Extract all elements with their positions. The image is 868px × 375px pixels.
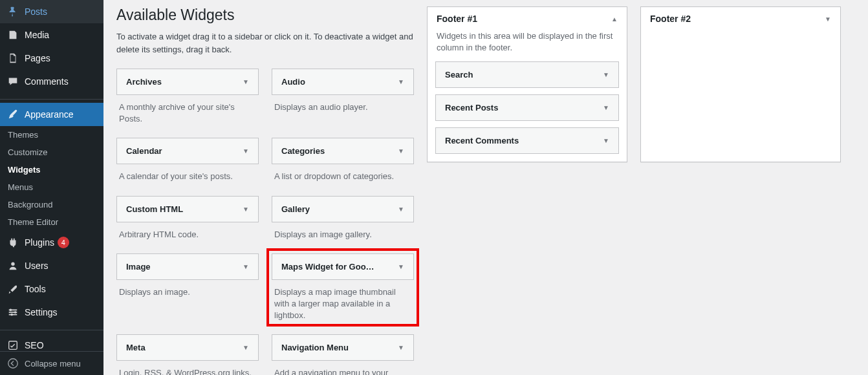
- menu-label: Media: [25, 30, 49, 40]
- widget-label: Categories: [281, 146, 325, 156]
- menu-label: SEO: [25, 340, 44, 350]
- widget-cell: Custom HTML ▼ Arbitrary HTML code.: [116, 196, 259, 241]
- widget-description: Displays an image.: [116, 280, 259, 298]
- menu-settings[interactable]: Settings: [0, 301, 103, 324]
- plugin-icon: [6, 236, 19, 249]
- menu-posts[interactable]: Posts: [0, 0, 103, 23]
- menu-comments[interactable]: Comments: [0, 70, 103, 93]
- svg-point-6: [10, 314, 13, 316]
- widget-cell: Categories ▼ A list or dropdown of categ…: [272, 138, 414, 182]
- widget-label: Audio: [281, 77, 305, 87]
- wrench-icon: [6, 283, 19, 295]
- menu-pages[interactable]: Pages: [0, 47, 103, 70]
- widget-description: A monthly archive of your site's Posts.: [116, 95, 259, 125]
- svg-point-5: [14, 311, 17, 314]
- submenu-background[interactable]: Background: [0, 196, 103, 213]
- widget-label: Search: [445, 70, 473, 80]
- panel-body: Widgets in this area will be displayed i…: [428, 30, 627, 162]
- menu-label: Pages: [25, 53, 50, 63]
- widget-label: Image: [126, 262, 151, 272]
- widget-meta[interactable]: Meta ▼: [116, 334, 259, 361]
- widget-description: Login, RSS, & WordPress.org links.: [116, 361, 259, 375]
- widget-description: Displays a map image thumbnail with a la…: [272, 280, 414, 322]
- page-icon: [6, 52, 19, 65]
- collapse-menu-button[interactable]: Collapse menu: [0, 351, 103, 375]
- svg-point-0: [11, 262, 14, 266]
- widget-label: Calendar: [126, 146, 162, 156]
- chevron-down-icon: ▼: [398, 263, 404, 270]
- svg-point-4: [10, 309, 12, 312]
- chevron-down-icon: ▼: [398, 206, 404, 213]
- chevron-down-icon: ▼: [243, 263, 249, 270]
- widget-cell: Archives ▼ A monthly archive of your sit…: [116, 69, 259, 125]
- menu-appearance[interactable]: Appearance: [0, 103, 103, 126]
- menu-plugins[interactable]: Plugins4: [0, 231, 103, 254]
- chevron-down-icon: ▼: [603, 71, 609, 78]
- widget-cell: Audio ▼ Displays an audio player.: [272, 69, 414, 125]
- widget-navigation-menu[interactable]: Navigation Menu ▼: [272, 334, 414, 361]
- widget-description: Displays an audio player.: [272, 95, 414, 113]
- widget-cell: Image ▼ Displays an image.: [116, 253, 259, 322]
- widget-cell: Meta ▼ Login, RSS, & WordPress.org links…: [116, 334, 259, 375]
- widget-cell: Gallery ▼ Displays an image gallery.: [272, 196, 414, 241]
- chevron-down-icon: ▼: [603, 104, 609, 111]
- widget-gallery[interactable]: Gallery ▼: [272, 196, 414, 222]
- chevron-down-icon: ▼: [825, 16, 831, 23]
- widget-label: Navigation Menu: [281, 343, 349, 352]
- submenu-theme-editor[interactable]: Theme Editor: [0, 213, 103, 231]
- menu-label: Settings: [25, 307, 58, 317]
- widget-calendar[interactable]: Calendar ▼: [116, 138, 259, 164]
- menu-label: Users: [25, 261, 49, 271]
- area-header[interactable]: Footer #2 ▼: [641, 7, 840, 30]
- widget-description: A calendar of your site's posts.: [116, 164, 259, 182]
- widget-label: Gallery: [281, 204, 310, 214]
- widget-audio[interactable]: Audio ▼: [272, 69, 414, 95]
- placed-widget-recent-posts[interactable]: Recent Posts ▼: [435, 94, 619, 121]
- submenu-menus[interactable]: Menus: [0, 178, 103, 196]
- pin-icon: [6, 5, 19, 18]
- widget-label: Recent Posts: [445, 103, 498, 112]
- submenu-widgets[interactable]: Widgets: [0, 161, 103, 178]
- menu-users[interactable]: Users: [0, 254, 103, 277]
- collapse-icon: [6, 357, 19, 370]
- widget-area-footer-2: Footer #2 ▼: [640, 6, 841, 162]
- widget-label: Recent Comments: [445, 136, 519, 145]
- menu-separator: [0, 327, 103, 330]
- chevron-down-icon: ▼: [243, 344, 249, 351]
- widget-maps-widget-for-goo-[interactable]: Maps Widget for Goo… ▼: [272, 253, 414, 280]
- menu-media[interactable]: Media: [0, 23, 103, 47]
- menu-label: Plugins: [25, 237, 54, 248]
- widget-categories[interactable]: Categories ▼: [272, 138, 414, 164]
- seo-icon: [6, 339, 19, 352]
- widget-description: Add a navigation menu to your sidebar.: [272, 361, 414, 375]
- comment-icon: [6, 75, 19, 88]
- widget-custom-html[interactable]: Custom HTML ▼: [116, 196, 259, 222]
- submenu-customize[interactable]: Customize: [0, 144, 103, 161]
- submenu-themes[interactable]: Themes: [0, 126, 103, 144]
- chevron-up-icon: ▲: [611, 16, 618, 23]
- menu-tools[interactable]: Tools: [0, 277, 103, 301]
- brush-icon: [6, 108, 19, 121]
- menu-label: Comments: [25, 76, 69, 87]
- widget-area-footer-1: Footer #1 ▲ Widgets in this area will be…: [427, 6, 627, 162]
- widget-archives[interactable]: Archives ▼: [116, 69, 259, 95]
- widget-label: Maps Widget for Goo…: [281, 262, 374, 272]
- chevron-down-icon: ▼: [243, 78, 249, 85]
- menu-label: Tools: [25, 284, 46, 294]
- media-icon: [6, 28, 19, 41]
- area-description: Widgets in this area will be displayed i…: [435, 30, 619, 61]
- chevron-down-icon: ▼: [398, 344, 404, 351]
- update-badge: 4: [58, 237, 69, 248]
- main-content: Available Widgets To activate a widget d…: [103, 0, 868, 375]
- page-title: Available Widgets: [116, 6, 414, 24]
- widget-label: Archives: [126, 77, 162, 87]
- chevron-down-icon: ▼: [603, 137, 609, 144]
- collapse-label: Collapse menu: [25, 359, 81, 369]
- widget-cell: Calendar ▼ A calendar of your site's pos…: [116, 138, 259, 182]
- placed-widget-recent-comments[interactable]: Recent Comments ▼: [435, 127, 619, 154]
- placed-widget-search[interactable]: Search ▼: [435, 61, 619, 88]
- widget-image[interactable]: Image ▼: [116, 253, 259, 280]
- area-header[interactable]: Footer #1 ▲: [428, 7, 627, 30]
- widget-description: A list or dropdown of categories.: [272, 164, 414, 182]
- admin-sidebar: PostsMediaPagesComments Appearance Theme…: [0, 0, 103, 375]
